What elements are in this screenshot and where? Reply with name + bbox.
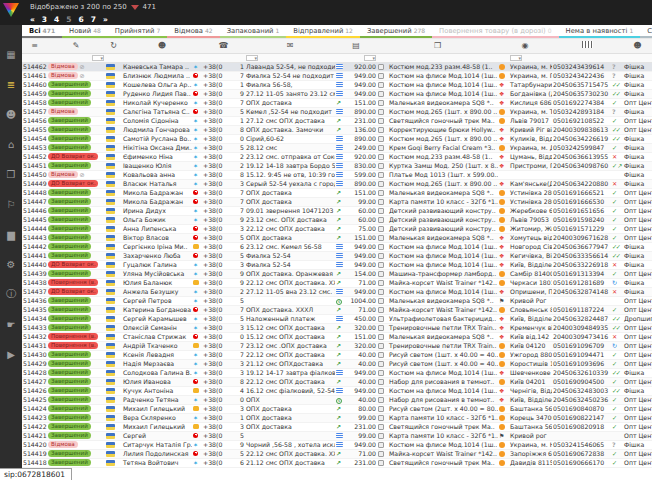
order-row[interactable]: 514441 Завершений Захарченко Люба +38(0 … <box>22 251 652 260</box>
video-icon[interactable]: ▶ <box>0 339 22 369</box>
cell-tracking[interactable]: 20450632450236 <box>552 395 611 404</box>
cell-tracking[interactable]: 0501691598240 <box>552 215 611 224</box>
cell-tracking[interactable] <box>552 170 611 179</box>
order-row[interactable]: 514435 Завершений Катерина Богданова +38… <box>22 305 652 314</box>
support-icon[interactable]: ☛ <box>0 309 22 339</box>
cell-phone[interactable]: +38(0 <box>202 62 233 71</box>
cell-tracking[interactable] <box>552 296 611 305</box>
cell-phone[interactable]: +38(0 <box>202 170 233 179</box>
clients-icon[interactable]: ☻ <box>122 39 202 53</box>
cell-tracking[interactable]: 0501690672838 <box>552 449 611 458</box>
cell-phone[interactable]: +38(0 <box>202 161 233 170</box>
order-row[interactable]: 514452 ДО Возврат ок. Єфименко Ніна ✶ +3… <box>22 152 652 161</box>
order-row[interactable]: 514438 Повернення (в. Юлия Баланюк +38(0… <box>22 278 652 287</box>
campaigns-icon[interactable]: ⚐ <box>0 189 22 219</box>
order-row[interactable]: 514437 ДО Возврат ок. Анжела Безушку ✶ +… <box>22 287 652 296</box>
cell-phone[interactable]: +38(0 <box>202 179 233 188</box>
cell-tracking[interactable]: 0501690904500 <box>552 377 611 386</box>
cell-phone[interactable]: +38(0 <box>202 368 233 377</box>
order-row[interactable]: 514421 Завершений Сергей +38(0 5 99.00 К… <box>22 431 652 440</box>
cell-phone[interactable]: +38(0 <box>202 215 233 224</box>
tab-1[interactable]: Новий 48 <box>62 25 108 38</box>
comments-icon[interactable]: ✉ <box>245 39 335 53</box>
cell-tracking[interactable]: 0503242599847 <box>552 143 611 152</box>
payment-icon[interactable]: ▤ <box>335 39 377 53</box>
comment-filter-dropdown[interactable]: ▾ <box>246 55 258 61</box>
cell-phone[interactable]: +38(0 <box>202 458 233 467</box>
cell-phone[interactable]: +38(0 <box>202 377 233 386</box>
products-icon[interactable]: ❒ <box>0 159 22 189</box>
manager-icon[interactable]: ☻ <box>623 39 652 53</box>
order-row[interactable]: 514444 Завершений Анна Липенська +38(0 3… <box>22 224 652 233</box>
cell-phone[interactable]: +38(0 <box>202 395 233 404</box>
order-row[interactable]: 514420 Відмова Ситарчук Наталія Гр.. ✶ +… <box>22 440 652 449</box>
first-page-button[interactable]: « <box>30 15 35 24</box>
cell-phone[interactable]: +38(0 <box>202 71 233 80</box>
app-logo-icon[interactable] <box>3 3 19 17</box>
page-button-3[interactable]: 3 <box>42 15 47 24</box>
cell-phone[interactable]: +38(0 <box>202 89 233 98</box>
cell-tracking[interactable]: 0501691313394 <box>552 269 611 278</box>
tab-4[interactable]: Запакований 1 <box>220 25 287 38</box>
cell-phone[interactable]: +38(0 <box>202 278 233 287</box>
order-row[interactable]: 514451 Завершений Іващенко Юлія ✶ +38(0 … <box>22 161 652 170</box>
cell-phone[interactable]: +38(0 <box>202 269 233 278</box>
order-row[interactable]: 514424 Завершений Михаил Гилецький +38(0… <box>22 404 652 413</box>
order-row[interactable]: 514422 Завершений Михаил Гилецький +38(0… <box>22 422 652 431</box>
cell-phone[interactable]: +38(0 <box>202 152 233 161</box>
tracking-icon[interactable] <box>552 39 623 53</box>
cell-phone[interactable]: +38(0 <box>202 143 233 152</box>
cell-phone[interactable]: +38(0 <box>202 404 233 413</box>
cell-tracking[interactable]: 0501691093696 <box>552 359 611 368</box>
order-row[interactable]: 514458 Завершений Николай Кучеренко ✶ +3… <box>22 98 652 107</box>
cell-tracking[interactable]: 20400309484935 <box>552 323 611 332</box>
filter-funnel-icon[interactable] <box>131 5 139 10</box>
order-row[interactable]: 514425 Завершений Радченко Тетяна ✶ +38(… <box>22 395 652 404</box>
settings-icon[interactable]: ⚙ <box>0 249 22 279</box>
destination-icon[interactable]: ◉ <box>498 39 552 53</box>
cell-tracking[interactable]: 20450634226619 <box>552 134 611 143</box>
cell-tracking[interactable]: 0503241546065 <box>552 440 611 449</box>
cell-tracking[interactable]: 20450632824487 <box>552 314 611 323</box>
cell-phone[interactable]: +38(0 <box>202 287 233 296</box>
source-icon[interactable]: ↻ <box>105 39 122 53</box>
cell-tracking[interactable]: 0501691651656 <box>552 206 611 215</box>
tab-0[interactable]: Всі 471 <box>22 25 62 38</box>
order-row[interactable]: 514460 Завершений Кошелева Ольга Ар.. ✶ … <box>22 80 652 89</box>
order-row[interactable]: 514448 Завершений Микола Бадражан +38(0 … <box>22 188 652 197</box>
cell-phone[interactable]: +38(0 <box>202 323 233 332</box>
cell-tracking[interactable]: 20450632874148 <box>552 287 611 296</box>
cell-phone[interactable]: +38(0 <box>202 449 233 458</box>
cell-phone[interactable]: +38(0 <box>202 350 233 359</box>
cell-phone[interactable]: +38(0 <box>202 440 233 449</box>
cell-tracking[interactable]: 20450636613955 <box>552 152 611 161</box>
cell-tracking[interactable]: 0501690666170 <box>552 458 611 467</box>
order-row[interactable]: 514461 Відмова ⊘ Близнюк Людмила .. +38(… <box>22 71 652 80</box>
contacts-icon[interactable]: ☻ <box>0 99 22 129</box>
order-row[interactable]: 514445 Завершений Ольга Божик ✶ +38(0 9 … <box>22 215 652 224</box>
tab-2[interactable]: Прийнятий 7 <box>108 25 167 38</box>
cell-tracking[interactable]: 0501691281689 <box>552 278 611 287</box>
cell-phone[interactable]: +38(0 <box>202 386 233 395</box>
cell-tracking[interactable]: 0503243439614 <box>552 62 611 71</box>
order-row[interactable]: 514455 Завершений Людмила Гончарова ✶ +3… <box>22 125 652 134</box>
cell-tracking[interactable] <box>552 431 611 440</box>
page-button-6[interactable]: 6 <box>79 15 84 24</box>
order-row[interactable]: 514443 Завершений Віктор Власов +38(0 5 … <box>22 233 652 242</box>
tab-5[interactable]: Відправлений 12 <box>286 25 360 38</box>
order-row[interactable]: 514447 Завершений Микола Бадражан +38(0 … <box>22 197 652 206</box>
cell-phone[interactable]: +38(0 <box>202 341 233 350</box>
cell-phone[interactable]: +38(0 <box>202 422 233 431</box>
cell-phone[interactable]: +38(0 <box>202 134 233 143</box>
products-icon[interactable]: ❒ <box>377 39 498 53</box>
order-row[interactable]: 514457 Відмова Салєгіна Татьяна С.. +38(… <box>22 107 652 116</box>
cell-tracking[interactable]: 0501692108522 <box>552 116 611 125</box>
order-row[interactable]: 514449 ДО Возврат ок. Власюк Наталья ✶ +… <box>22 179 652 188</box>
cell-phone[interactable]: +38(0 <box>202 224 233 233</box>
tab-8[interactable]: Нема в наявності 1 <box>559 25 641 38</box>
order-row[interactable]: 514433 Завершений Олексій Семанін ✶ +38(… <box>22 323 652 332</box>
cell-tracking[interactable]: 0501691666521 <box>552 188 611 197</box>
cell-phone[interactable]: +38(0 <box>202 359 233 368</box>
order-row[interactable]: 514430 Завершений Ксенія Левадня ✶ +38(0… <box>22 350 652 359</box>
tab-6[interactable]: Завершений 278 <box>360 25 432 38</box>
